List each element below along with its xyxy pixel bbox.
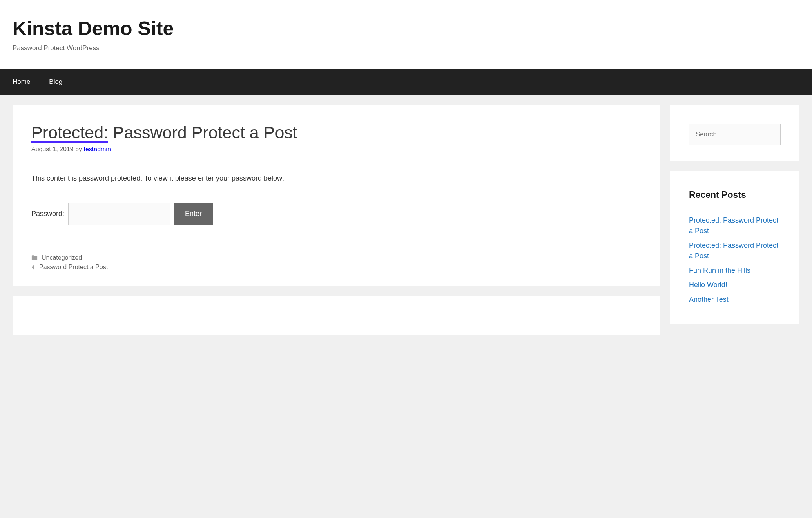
category-link[interactable]: Uncategorized: [42, 254, 82, 261]
recent-posts-list: Protected: Password Protect a Post Prote…: [689, 215, 781, 305]
title-rest: Password Protect a Post: [108, 123, 297, 142]
prev-post-link[interactable]: Password Protect a Post: [39, 264, 108, 271]
entry-title: Protected: Password Protect a Post: [31, 123, 642, 143]
list-item: Fun Run in the Hills: [689, 265, 781, 276]
folder-icon: [31, 255, 38, 261]
password-input[interactable]: [68, 203, 170, 225]
search-widget: [670, 105, 799, 161]
protected-message: This content is password protected. To v…: [31, 174, 642, 183]
site-title[interactable]: Kinsta Demo Site: [13, 18, 799, 40]
recent-posts-widget: Recent Posts Protected: Password Protect…: [670, 171, 799, 324]
entry-meta: August 1, 2019 by testadmin: [31, 146, 642, 153]
main-nav: Home Blog: [0, 69, 812, 95]
list-item: Hello World!: [689, 280, 781, 290]
author-link[interactable]: testadmin: [83, 146, 111, 152]
recent-post-link[interactable]: Hello World!: [689, 281, 727, 289]
title-protected-prefix: Protected:: [31, 124, 108, 143]
list-item: Protected: Password Protect a Post: [689, 215, 781, 236]
password-form: Password: Enter: [31, 203, 642, 225]
category-row: Uncategorized: [31, 254, 642, 261]
entry-footer: Uncategorized Password Protect a Post: [31, 254, 642, 271]
password-submit-button[interactable]: Enter: [174, 203, 213, 225]
recent-post-link[interactable]: Another Test: [689, 295, 729, 303]
article: Protected: Password Protect a Post Augus…: [13, 105, 660, 286]
post-date: August 1, 2019: [31, 146, 74, 152]
recent-posts-title: Recent Posts: [689, 190, 781, 200]
site-header: Kinsta Demo Site Password Protect WordPr…: [0, 0, 812, 69]
nav-item-home[interactable]: Home: [13, 69, 40, 95]
recent-post-link[interactable]: Fun Run in the Hills: [689, 266, 750, 274]
chevron-left-icon: [31, 264, 35, 270]
post-nav-row: Password Protect a Post: [31, 264, 642, 271]
empty-box: [13, 296, 660, 335]
recent-post-link[interactable]: Protected: Password Protect a Post: [689, 241, 778, 260]
sidebar: Recent Posts Protected: Password Protect…: [670, 105, 799, 334]
by-label: by: [74, 146, 84, 152]
list-item: Another Test: [689, 294, 781, 305]
nav-item-blog[interactable]: Blog: [40, 69, 72, 95]
search-input[interactable]: [689, 124, 781, 145]
content-wrap: Protected: Password Protect a Post Augus…: [0, 95, 812, 335]
recent-post-link[interactable]: Protected: Password Protect a Post: [689, 216, 778, 235]
site-tagline: Password Protect WordPress: [13, 44, 799, 52]
password-label: Password:: [31, 210, 64, 218]
list-item: Protected: Password Protect a Post: [689, 240, 781, 261]
main-column: Protected: Password Protect a Post Augus…: [13, 105, 660, 335]
